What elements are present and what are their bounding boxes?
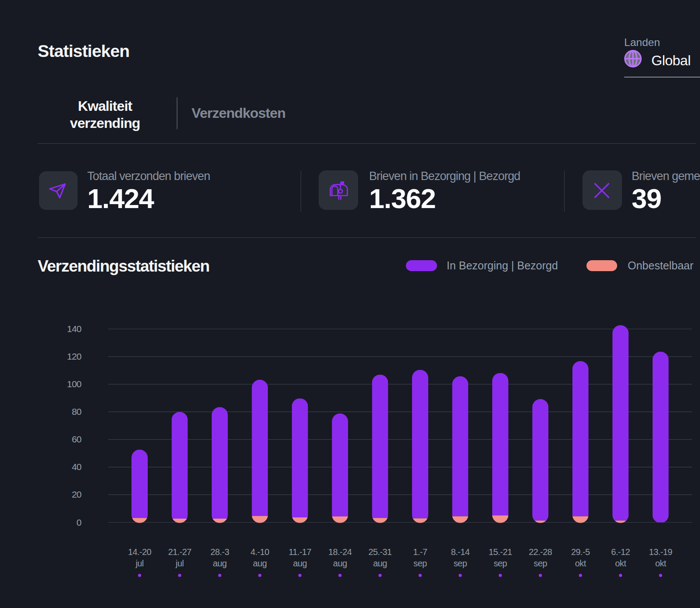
svg-text:28.-3: 28.-3 bbox=[210, 547, 229, 557]
svg-text:6.-12: 6.-12 bbox=[611, 547, 630, 557]
svg-text:aug: aug bbox=[293, 559, 307, 568]
svg-text:4.-10: 4.-10 bbox=[250, 547, 269, 557]
svg-text:sep: sep bbox=[413, 559, 427, 568]
svg-text:15.-21: 15.-21 bbox=[489, 547, 512, 557]
svg-text:0: 0 bbox=[77, 517, 82, 527]
svg-text:sep: sep bbox=[534, 559, 547, 568]
svg-text:okt: okt bbox=[615, 559, 626, 568]
svg-text:jul: jul bbox=[135, 559, 143, 568]
svg-text:40: 40 bbox=[72, 462, 82, 472]
svg-text:11.-17: 11.-17 bbox=[288, 547, 311, 557]
svg-text:13.-19: 13.-19 bbox=[649, 547, 673, 557]
svg-text:1.-7: 1.-7 bbox=[413, 547, 427, 557]
svg-text:okt: okt bbox=[575, 559, 586, 568]
svg-text:18.-24: 18.-24 bbox=[328, 547, 352, 557]
svg-text:25.-31: 25.-31 bbox=[369, 547, 392, 557]
svg-text:8.-14: 8.-14 bbox=[451, 547, 470, 557]
svg-text:sep: sep bbox=[494, 559, 507, 568]
svg-text:aug: aug bbox=[373, 559, 387, 568]
svg-text:okt: okt bbox=[655, 559, 667, 568]
svg-text:29.-5: 29.-5 bbox=[571, 547, 590, 557]
svg-text:22.-28: 22.-28 bbox=[529, 547, 552, 557]
svg-text:sep: sep bbox=[454, 559, 467, 568]
svg-text:60: 60 bbox=[72, 434, 82, 444]
svg-text:80: 80 bbox=[72, 407, 82, 417]
svg-text:20: 20 bbox=[72, 489, 82, 499]
svg-text:14.-20: 14.-20 bbox=[128, 547, 152, 557]
svg-text:aug: aug bbox=[253, 559, 267, 568]
svg-text:120: 120 bbox=[67, 351, 82, 361]
svg-text:21.-27: 21.-27 bbox=[168, 547, 192, 557]
svg-text:100: 100 bbox=[67, 379, 82, 389]
svg-text:aug: aug bbox=[333, 559, 347, 568]
svg-text:140: 140 bbox=[67, 324, 82, 334]
svg-text:aug: aug bbox=[213, 559, 227, 568]
svg-text:jul: jul bbox=[175, 559, 184, 568]
